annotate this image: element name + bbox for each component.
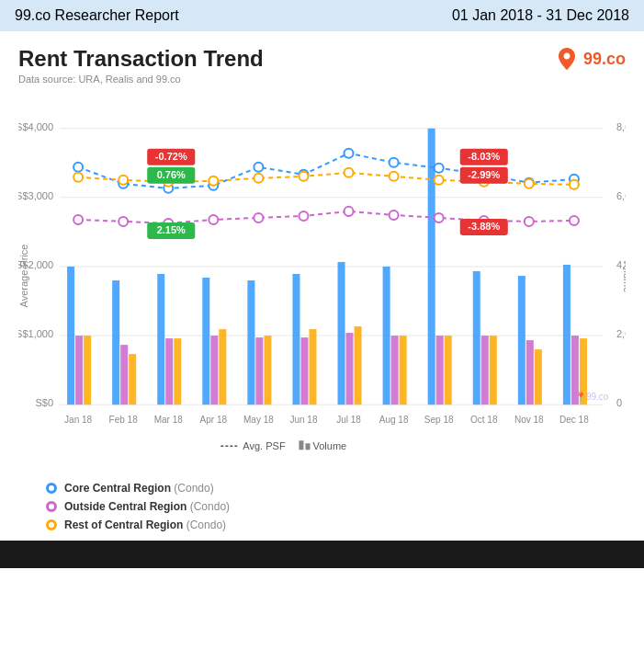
legend-ocr: Outside Central Region (Condo) [46,500,626,513]
svg-point-65 [73,215,83,224]
svg-text:2,000: 2,000 [616,328,626,339]
header-left: 99.co Researcher Report [15,7,179,24]
svg-point-73 [435,213,444,222]
svg-text:0: 0 [616,397,622,408]
svg-text:Jul 18: Jul 18 [336,415,361,425]
svg-rect-117 [305,443,310,450]
svg-point-66 [119,217,128,226]
svg-point-59 [345,149,354,158]
svg-rect-46 [490,336,497,405]
svg-rect-40 [400,336,407,405]
svg-text:Dec 18: Dec 18 [559,415,589,425]
chart-area: S$4,000 S$3,000 S$2,000 S$1,000 S$0 8,00… [18,92,626,478]
svg-point-57 [254,163,263,172]
svg-point-83 [345,168,354,177]
svg-text:Volume: Volume [312,440,346,451]
svg-text:2.15%: 2.15% [157,224,186,235]
svg-point-71 [345,207,354,216]
svg-rect-17 [67,267,74,405]
svg-text:Feb 18: Feb 18 [109,415,139,425]
series-legend: Core Central Region (Condo) Outside Cent… [46,482,626,531]
logo-area: 99.co [554,46,626,72]
svg-rect-47 [518,276,525,405]
svg-point-60 [390,158,399,167]
svg-point-68 [209,215,218,224]
svg-text:May 18: May 18 [243,415,274,425]
svg-text:S$4,000: S$4,000 [18,121,53,132]
header: 99.co Researcher Report 01 Jan 2018 - 31… [0,0,644,31]
svg-text:-0.72%: -0.72% [155,151,187,162]
svg-rect-36 [346,333,354,405]
svg-rect-49 [535,349,542,405]
svg-rect-22 [129,354,136,405]
rcr-legend-label: Rest of Central Region (Condo) [64,519,226,531]
logo-text: 99.co [583,50,626,69]
svg-text:0.76%: 0.76% [157,169,186,180]
svg-rect-31 [264,336,271,405]
ccr-legend-dot [46,483,57,494]
svg-text:-3.88%: -3.88% [468,221,500,232]
data-source: Data source: URA, Realis and 99.co [18,74,626,85]
svg-text:Sep 18: Sep 18 [424,415,454,425]
svg-rect-35 [338,262,345,405]
svg-point-87 [525,179,534,188]
svg-rect-45 [481,336,489,405]
svg-rect-25 [174,338,181,405]
chart-title: Rent Transaction Trend [18,46,264,72]
ocr-legend-dot [46,501,57,512]
ocr-legend-label: Outside Central Region (Condo) [64,500,230,513]
svg-rect-23 [157,274,164,405]
svg-rect-33 [300,337,308,405]
svg-text:📍99.co: 📍99.co [575,391,609,403]
svg-text:Avg. PSF: Avg. PSF [243,440,286,451]
svg-text:-8.03%: -8.03% [468,151,500,162]
svg-rect-42 [436,336,444,405]
svg-point-81 [254,174,263,183]
svg-rect-38 [383,267,390,405]
svg-point-82 [299,172,308,181]
svg-text:S$1,000: S$1,000 [18,328,53,339]
svg-rect-37 [355,326,362,405]
svg-text:8,000: 8,000 [616,121,626,132]
svg-rect-20 [112,280,119,405]
svg-rect-19 [84,336,91,405]
svg-text:Jan 18: Jan 18 [64,415,92,425]
svg-rect-30 [255,337,263,405]
legend-rcr: Rest of Central Region (Condo) [46,519,626,531]
svg-rect-32 [292,274,299,405]
svg-point-53 [73,163,83,172]
svg-rect-28 [219,329,226,405]
rcr-legend-dot [46,519,57,530]
svg-text:Nov 18: Nov 18 [514,415,544,425]
svg-text:Jun 18: Jun 18 [289,415,317,425]
svg-rect-116 [299,440,303,450]
svg-point-84 [390,172,399,181]
svg-rect-39 [391,336,399,405]
svg-rect-21 [120,345,128,405]
chart-svg: S$4,000 S$3,000 S$2,000 S$1,000 S$0 8,00… [18,92,626,478]
svg-text:Oct 18: Oct 18 [470,415,498,425]
svg-point-88 [570,180,579,189]
svg-text:S$3,000: S$3,000 [18,190,53,201]
svg-point-70 [299,211,308,221]
header-right: 01 Jan 2018 - 31 Dec 2018 [452,7,629,24]
svg-point-61 [435,164,444,173]
svg-point-76 [570,216,579,225]
svg-text:Volume: Volume [622,259,626,293]
svg-text:S$0: S$0 [35,397,53,408]
svg-text:-2.99%: -2.99% [468,169,500,180]
svg-point-78 [119,176,128,185]
svg-rect-26 [202,278,209,405]
svg-point-69 [254,213,263,222]
svg-point-80 [209,177,218,186]
svg-point-75 [525,217,534,226]
bottom-bar [0,541,644,568]
svg-text:Mar 18: Mar 18 [154,415,184,425]
svg-text:Aug 18: Aug 18 [379,415,409,425]
svg-text:Apr 18: Apr 18 [200,415,228,425]
legend-ccr: Core Central Region (Condo) [46,482,626,495]
svg-rect-50 [563,265,571,405]
svg-rect-44 [473,271,480,405]
svg-text:6,000: 6,000 [616,190,626,201]
svg-rect-29 [247,280,254,405]
